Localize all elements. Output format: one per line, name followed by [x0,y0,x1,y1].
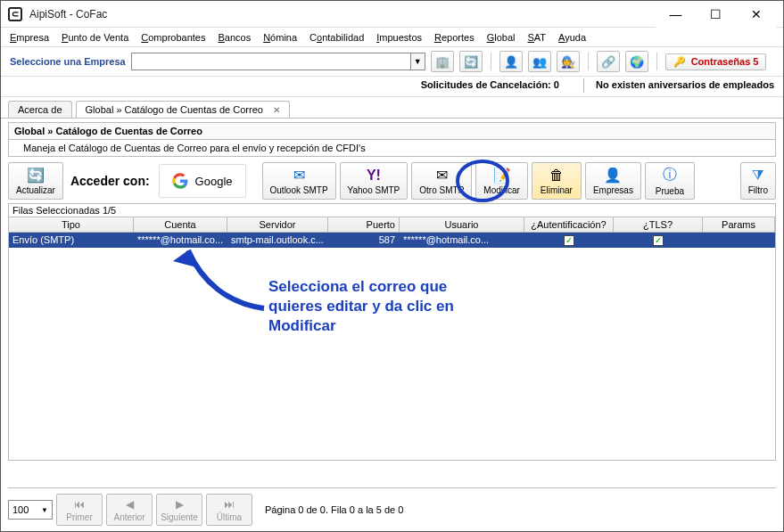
annotation-line: Selecciona el correo que [268,277,454,297]
user-gear-icon[interactable]: 🧑‍🔧 [557,51,580,72]
users-icon[interactable]: 👥 [528,51,551,72]
prueba-button[interactable]: ⓘ Prueba [645,162,695,200]
prev-icon: ◀ [126,498,134,511]
next-page-button[interactable]: ▶ Siguiente [156,494,202,526]
close-button[interactable]: ✕ [736,1,776,28]
solicitudes-count: 0 [554,79,559,90]
btn-label: Yahoo SMTP [348,185,400,195]
grid-body: Envío (SMTP) ******@hotmail.co... smtp-m… [9,233,775,460]
acceder-con-label: Acceder con: [70,174,150,188]
building-icon[interactable]: 🏢 [431,51,454,72]
window-titlebar: ⊂ AipiSoft - CoFac — ☐ ✕ [1,1,783,28]
tab-label: Acerca de [18,104,62,115]
contrasenas-button[interactable]: 🔑 Contraseñas 5 [665,53,767,70]
btn-label: Última [217,512,242,522]
key-icon: 🔑 [673,56,686,68]
cell-params [703,233,775,248]
btn-label: Outlook SMTP [270,185,328,195]
tab-acerca-de[interactable]: Acerca de [8,101,72,118]
select-empresa-label: Seleccione una Empresa [10,56,126,67]
cell-tipo: Envío (SMTP) [9,233,134,248]
page-size-value: 100 [12,504,29,515]
tab-catalogo-correo[interactable]: Global » Catálogo de Cuentas de Correo ✕ [76,101,290,118]
section-title: Global » Catálogo de Cuentas de Correo [8,122,776,139]
btn-label: Modificar [483,185,520,195]
btn-label: Empresas [593,185,633,195]
yahoo-icon: Y! [367,168,381,184]
table-row[interactable]: Envío (SMTP) ******@hotmail.co... smtp-m… [9,233,775,248]
outlook-icon: ✉ [293,167,305,184]
menu-reportes[interactable]: Reportes [434,32,475,43]
btn-label: Actualizar [16,185,55,195]
col-auth[interactable]: ¿Autentificación? [524,217,614,233]
tab-close-icon[interactable]: ✕ [273,105,280,115]
annotation-text: Selecciona el correo que quieres editar … [268,277,454,336]
grid-header: Tipo Cuenta Servidor Puerto Usuario ¿Aut… [9,217,775,233]
empresa-combo[interactable]: ▼ [131,53,425,70]
annotation-line: quieres editar y da clic en [268,297,454,316]
cell-tls: ✓ [614,233,703,248]
contrasenas-label: Contraseñas 5 [691,56,759,67]
cell-usuario: ******@hotmail.co... [400,233,524,248]
link-icon[interactable]: 🔗 [597,51,620,72]
menu-comprobantes[interactable]: Comprobantes [141,32,205,43]
cell-puerto: 587 [328,233,400,248]
menu-sat[interactable]: SAT [527,32,546,43]
last-page-button[interactable]: ⏭ Última [206,494,252,526]
otro-smtp-button[interactable]: ✉ Otro SMTP [411,162,472,200]
empresas-button[interactable]: 👤 Empresas [585,162,641,200]
col-cuenta[interactable]: Cuenta [134,217,227,233]
cell-auth: ✓ [524,233,614,248]
refresh-icon[interactable]: 🔄 [459,51,483,72]
btn-label: Siguiente [161,512,198,522]
page-info-label: Página 0 de 0. Fila 0 a la 5 de 0 [265,504,403,515]
minimize-button[interactable]: — [656,1,696,28]
cell-servidor: smtp-mail.outlook.c... [227,233,328,248]
menu-global[interactable]: Global [487,32,516,43]
first-page-button[interactable]: ⏮ Primer [56,494,103,526]
google-icon [172,173,188,189]
menu-bancos[interactable]: Bancos [218,32,251,43]
tab-label: Global » Catálogo de Cuentas de Correo [86,104,263,115]
outlook-smtp-button[interactable]: ✉ Outlook SMTP [262,162,336,200]
actualizar-button[interactable]: 🔄 Actualizar [8,162,63,200]
col-params[interactable]: Params [703,217,775,233]
col-usuario[interactable]: Usuario [400,217,524,233]
checkmark-icon: ✓ [564,235,574,246]
btn-label: Eliminar [541,185,573,195]
menu-nomina[interactable]: Nómina [263,32,297,43]
menu-punto-de-venta[interactable]: Punto de Venta [62,32,128,43]
filtro-button[interactable]: ⧩ Filtro [740,162,776,200]
aniversarios-label: No existen aniversarios de empleados [596,79,774,90]
earth-icon[interactable]: 🌍 [625,51,648,72]
modificar-button[interactable]: 📝 Modificar [475,162,528,200]
solicitudes-label: Solicitudes de Cancelación: [421,79,551,90]
eliminar-button[interactable]: 🗑 Eliminar [532,162,582,200]
menu-empresa[interactable]: Empresa [10,32,49,43]
btn-label: Anterior [113,512,144,522]
col-tipo[interactable]: Tipo [9,217,134,233]
maximize-button[interactable]: ☐ [696,1,736,28]
grid-selection-info: Filas Seleccionadas 1/5 [9,204,775,217]
google-button[interactable]: Google [159,164,246,198]
col-servidor[interactable]: Servidor [227,217,328,233]
filter-icon: ⧩ [752,168,763,184]
refresh-icon: 🔄 [27,167,45,184]
menu-contabilidad[interactable]: Contabilidad [309,32,364,43]
annotation-line: Modificar [268,316,454,336]
app-logo-icon: ⊂ [8,7,22,21]
btn-label: Prueba [656,186,684,196]
menu-ayuda[interactable]: Ayuda [558,32,586,43]
menu-bar: Empresa Punto de Venta Comprobantes Banc… [1,28,783,47]
first-icon: ⏮ [74,498,85,511]
prev-page-button[interactable]: ◀ Anterior [106,494,153,526]
footer-pagination: 100 ▼ ⏮ Primer ◀ Anterior ▶ Siguiente ⏭ … [8,487,776,526]
col-tls[interactable]: ¿TLS? [614,217,703,233]
btn-label: Primer [66,512,92,522]
menu-impuestos[interactable]: Impuestos [376,32,422,43]
page-size-select[interactable]: 100 ▼ [8,500,53,520]
user-icon[interactable]: 👤 [499,51,523,72]
chevron-down-icon: ▼ [41,506,48,514]
col-puerto[interactable]: Puerto [328,217,400,233]
yahoo-smtp-button[interactable]: Y! Yahoo SMTP [340,162,409,200]
